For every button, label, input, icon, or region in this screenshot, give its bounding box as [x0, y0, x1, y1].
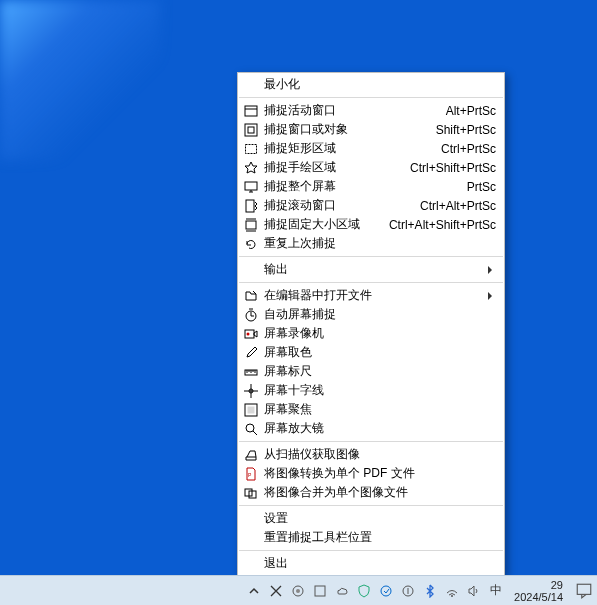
menu-item-label: 屏幕标尺: [260, 363, 312, 380]
svg-text:P: P: [248, 472, 252, 478]
menu-item-label: 最小化: [260, 76, 300, 93]
rect-select-icon: [242, 141, 260, 157]
svg-point-29: [246, 424, 254, 432]
menu-item-shortcut: Ctrl+PrtSc: [441, 142, 496, 156]
menu-capture-window-object[interactable]: 捕捉窗口或对象 Shift+PrtSc: [238, 120, 504, 139]
menu-item-label: 捕捉固定大小区域: [260, 216, 360, 233]
tray-ime-indicator[interactable]: 中: [488, 582, 504, 599]
svg-rect-36: [315, 586, 325, 596]
menu-item-label: 从扫描仪获取图像: [260, 446, 360, 463]
tray-security-icon[interactable]: [356, 583, 372, 599]
separator: [239, 97, 503, 98]
pdf-icon: P: [242, 466, 260, 482]
svg-point-37: [381, 586, 391, 596]
menu-exit[interactable]: 退出: [238, 554, 504, 573]
magnifier-icon: [242, 421, 260, 437]
tray-app-icon[interactable]: [400, 583, 416, 599]
menu-capture-freehand[interactable]: 捕捉手绘区域 Ctrl+Shift+PrtSc: [238, 158, 504, 177]
menu-magnifier[interactable]: 屏幕放大镜: [238, 419, 504, 438]
menu-merge-image[interactable]: 将图像合并为单个图像文件: [238, 483, 504, 502]
menu-capture-active-window[interactable]: 捕捉活动窗口 Alt+PrtSc: [238, 101, 504, 120]
menu-minimize[interactable]: 最小化: [238, 75, 504, 94]
menu-item-label: 重复上次捕捉: [260, 235, 336, 252]
svg-rect-0: [245, 106, 257, 116]
menu-repeat-last[interactable]: 重复上次捕捉: [238, 234, 504, 253]
tray-time: 29: [551, 579, 563, 591]
menu-item-label: 重置捕捉工具栏位置: [260, 529, 372, 546]
menu-color-picker[interactable]: 屏幕取色: [238, 343, 504, 362]
tray-volume-icon[interactable]: [466, 583, 482, 599]
tray-app-icon[interactable]: [290, 583, 306, 599]
fixed-size-icon: [242, 217, 260, 233]
menu-scanner[interactable]: 从扫描仪获取图像: [238, 445, 504, 464]
separator: [239, 505, 503, 506]
object-icon: [242, 122, 260, 138]
freehand-icon: [242, 160, 260, 176]
menu-screen-recorder[interactable]: 屏幕录像机: [238, 324, 504, 343]
tray-network-icon[interactable]: [444, 583, 460, 599]
menu-item-label: 屏幕十字线: [260, 382, 324, 399]
menu-capture-rect[interactable]: 捕捉矩形区域 Ctrl+PrtSc: [238, 139, 504, 158]
tray-app-icon[interactable]: [268, 583, 284, 599]
menu-item-shortcut: Ctrl+Alt+Shift+PrtSc: [389, 218, 496, 232]
menu-capture-fullscreen[interactable]: 捕捉整个屏幕 PrtSc: [238, 177, 504, 196]
menu-item-label: 捕捉滚动窗口: [260, 197, 336, 214]
tray-clock[interactable]: 29 2024/5/14: [510, 579, 567, 603]
menu-item-shortcut: Ctrl+Shift+PrtSc: [410, 161, 496, 175]
menu-capture-scrolling[interactable]: 捕捉滚动窗口 Ctrl+Alt+PrtSc: [238, 196, 504, 215]
menu-item-label: 将图像合并为单个图像文件: [260, 484, 408, 501]
separator: [239, 441, 503, 442]
menu-reset-toolbar[interactable]: 重置捕捉工具栏位置: [238, 528, 504, 547]
menu-settings[interactable]: 设置: [238, 509, 504, 528]
tray-overflow-chevron-icon[interactable]: [246, 583, 262, 599]
tray-app-icon[interactable]: [312, 583, 328, 599]
svg-line-30: [253, 431, 257, 435]
separator: [239, 256, 503, 257]
svg-point-40: [451, 595, 453, 597]
tray-action-center-icon[interactable]: [575, 582, 593, 600]
svg-point-35: [296, 589, 300, 593]
menu-to-pdf[interactable]: P 将图像转换为单个 PDF 文件: [238, 464, 504, 483]
svg-rect-41: [577, 584, 591, 594]
scroll-icon: [242, 198, 260, 214]
menu-capture-fixed-size[interactable]: 捕捉固定大小区域 Ctrl+Alt+Shift+PrtSc: [238, 215, 504, 234]
separator: [239, 550, 503, 551]
timer-icon: [242, 307, 260, 323]
menu-item-shortcut: Shift+PrtSc: [436, 123, 496, 137]
separator: [239, 282, 503, 283]
menu-item-label: 在编辑器中打开文件: [260, 287, 372, 304]
menu-item-label: 捕捉窗口或对象: [260, 121, 348, 138]
recorder-icon: [242, 326, 260, 342]
focus-icon: [242, 402, 260, 418]
system-tray: 中 29 2024/5/14: [246, 579, 593, 603]
menu-item-label: 捕捉手绘区域: [260, 159, 336, 176]
svg-rect-5: [245, 182, 257, 190]
open-file-icon: [242, 288, 260, 304]
context-menu: 最小化 捕捉活动窗口 Alt+PrtSc 捕捉窗口或对象 Shift+PrtSc…: [237, 72, 505, 576]
menu-item-shortcut: Ctrl+Alt+PrtSc: [420, 199, 496, 213]
svg-rect-8: [246, 200, 254, 212]
menu-ruler[interactable]: 屏幕标尺: [238, 362, 504, 381]
menu-item-shortcut: Alt+PrtSc: [446, 104, 496, 118]
menu-item-label: 屏幕聚焦: [260, 401, 312, 418]
svg-rect-2: [245, 124, 257, 136]
menu-focus[interactable]: 屏幕聚焦: [238, 400, 504, 419]
repeat-icon: [242, 236, 260, 252]
menu-item-label: 捕捉活动窗口: [260, 102, 336, 119]
crosshair-icon: [242, 383, 260, 399]
tray-bluetooth-icon[interactable]: [422, 583, 438, 599]
menu-crosshair[interactable]: 屏幕十字线: [238, 381, 504, 400]
menu-item-label: 输出: [260, 261, 288, 278]
tray-onedrive-icon[interactable]: [334, 583, 350, 599]
menu-item-label: 捕捉矩形区域: [260, 140, 336, 157]
menu-auto-capture[interactable]: 自动屏幕捕捉: [238, 305, 504, 324]
window-icon: [242, 103, 260, 119]
eyedropper-icon: [242, 345, 260, 361]
menu-item-label: 退出: [260, 555, 288, 572]
menu-item-label: 捕捉整个屏幕: [260, 178, 336, 195]
menu-open-in-editor[interactable]: 在编辑器中打开文件: [238, 286, 504, 305]
tray-app-icon[interactable]: [378, 583, 394, 599]
scanner-icon: [242, 447, 260, 463]
menu-output[interactable]: 输出: [238, 260, 504, 279]
menu-item-label: 将图像转换为单个 PDF 文件: [260, 465, 415, 482]
